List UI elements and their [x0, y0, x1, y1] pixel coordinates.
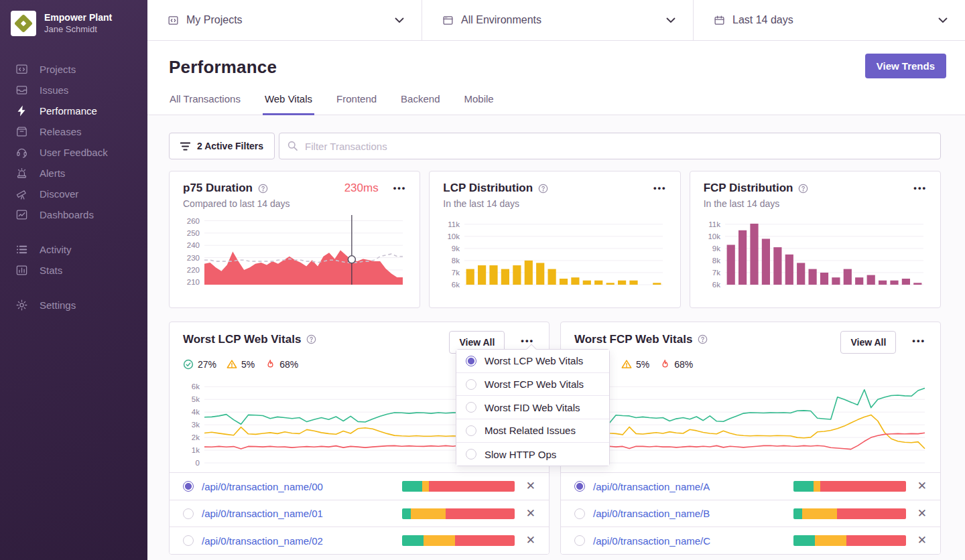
card-menu-button[interactable]: ••• [912, 338, 925, 344]
transaction-row: /api/0/transaction_name/B ✕ [561, 500, 940, 527]
row-radio[interactable] [574, 535, 585, 546]
fcp-distribution-card: FCP Distribution ••• In the last 14 days… [690, 171, 941, 308]
global-selection-header: My Projects All Environments Last 14 day… [147, 0, 965, 41]
transaction-search [279, 133, 941, 159]
sidebar-item-settings[interactable]: Settings [0, 295, 147, 316]
sidebar-item-label: Performance [40, 105, 97, 117]
warning-triangle-icon [227, 359, 237, 370]
tab-frontend[interactable]: Frontend [334, 93, 379, 115]
menu-item-most-related-issues[interactable]: Most Related Issues [456, 419, 609, 443]
sidebar-item-label: Releases [40, 126, 82, 137]
vitals-distribution-bar [793, 535, 906, 546]
discover-icon [15, 188, 28, 200]
view-all-button[interactable]: View All [840, 331, 896, 354]
environment-selector[interactable]: All Environments [422, 0, 694, 40]
calendar-icon [714, 15, 725, 26]
transaction-link[interactable]: /api/0/transaction_name/A [593, 481, 710, 492]
help-icon[interactable] [258, 184, 268, 194]
active-filters-button[interactable]: 2 Active Filters [169, 133, 275, 159]
sidebar-item-activity[interactable]: Activity [0, 239, 147, 260]
search-input[interactable] [279, 133, 941, 159]
tab-all-transactions[interactable]: All Transactions [168, 93, 243, 115]
transaction-link[interactable]: /api/0/transaction_name/C [593, 535, 710, 547]
transaction-link[interactable]: /api/0/transaction_name/01 [202, 508, 323, 519]
menu-radio [466, 402, 476, 413]
menu-radio [466, 379, 476, 390]
sidebar-item-user-feedback[interactable]: User Feedback [0, 142, 147, 163]
chevron-down-icon [666, 17, 676, 23]
sidebar-item-label: Stats [40, 265, 62, 276]
chevron-down-icon [938, 17, 948, 23]
sidebar-item-performance[interactable]: Performance [0, 100, 147, 121]
close-icon[interactable]: ✕ [526, 481, 535, 492]
row-radio[interactable] [574, 508, 585, 519]
card-menu-button[interactable]: ••• [393, 185, 407, 192]
transaction-row: /api/0/transaction_name/01 ✕ [170, 500, 549, 527]
card-menu-button[interactable]: ••• [521, 338, 534, 344]
help-icon[interactable] [698, 334, 708, 344]
p75-current-value: 230ms [344, 182, 379, 195]
view-trends-button[interactable]: View Trends [865, 54, 946, 78]
svg-text:260: 260 [187, 217, 200, 225]
date-range-selector[interactable]: Last 14 days [694, 0, 965, 40]
card-title: LCP Distribution [443, 182, 533, 195]
menu-item-label: Slow HTTP Ops [485, 449, 556, 460]
sidebar-item-dashboards[interactable]: Dashboards [0, 204, 147, 225]
svg-text:6k: 6k [452, 281, 460, 289]
tab-mobile[interactable]: Mobile [462, 93, 495, 115]
page-title: Performance [169, 57, 277, 78]
svg-text:8k: 8k [712, 257, 720, 265]
menu-item-worst-fcp[interactable]: Worst FCP Web Vitals [456, 373, 609, 397]
svg-text:2k: 2k [192, 433, 200, 441]
row-radio[interactable] [183, 508, 194, 519]
transaction-link[interactable]: /api/0/transaction_name/02 [202, 535, 323, 547]
poor-rate: 68% [279, 359, 298, 370]
tab-web-vitals[interactable]: Web Vitals [263, 93, 314, 115]
sidebar-item-alerts[interactable]: Alerts [0, 163, 147, 184]
date-range-selector-value: Last 14 days [732, 14, 793, 26]
vitals-distribution-bar [402, 481, 515, 492]
card-menu-button[interactable]: ••• [913, 185, 927, 192]
help-icon[interactable] [798, 184, 808, 194]
card-menu-button[interactable]: ••• [653, 185, 667, 192]
transaction-row: /api/0/transaction_name/02 ✕ [170, 527, 549, 554]
fcp-distribution-chart: 6k7k8k9k10k11k [704, 212, 927, 295]
help-icon[interactable] [538, 184, 548, 194]
row-radio[interactable] [574, 481, 585, 492]
svg-text:240: 240 [187, 241, 200, 249]
org-switcher[interactable]: Empower Plant Jane Schmidt [0, 0, 147, 43]
sidebar-item-projects[interactable]: Projects [0, 59, 147, 80]
close-icon[interactable]: ✕ [917, 481, 927, 492]
row-radio[interactable] [183, 481, 194, 492]
svg-text:5k: 5k [192, 395, 200, 403]
close-icon[interactable]: ✕ [917, 535, 927, 546]
projects-icon [168, 15, 179, 26]
menu-item-worst-lcp[interactable]: Worst LCP Web Vitals [456, 350, 609, 373]
window-icon [442, 15, 454, 26]
sidebar-item-label: Alerts [40, 167, 65, 179]
svg-text:210: 210 [187, 278, 200, 286]
project-selector[interactable]: My Projects [147, 0, 422, 40]
row-radio[interactable] [183, 535, 194, 546]
transaction-link[interactable]: /api/0/transaction_name/00 [202, 481, 323, 492]
worst-fcp-chart: 01k2k3k4k5k6k [574, 373, 928, 479]
sidebar-item-label: Dashboards [40, 209, 94, 220]
menu-item-label: Worst FCP Web Vitals [485, 378, 584, 390]
help-icon[interactable] [306, 334, 316, 344]
sidebar-item-label: Projects [40, 64, 76, 75]
tab-backend[interactable]: Backend [399, 93, 442, 115]
releases-icon [15, 125, 28, 138]
menu-item-slow-http-ops[interactable]: Slow HTTP Ops [456, 443, 609, 466]
menu-item-worst-fid[interactable]: Worst FID Web Vitals [456, 396, 609, 419]
close-icon[interactable]: ✕ [526, 535, 535, 546]
sidebar-item-issues[interactable]: Issues [0, 80, 147, 100]
sidebar-item-discover[interactable]: Discover [0, 184, 147, 204]
issues-icon [15, 84, 28, 96]
lcp-distribution-chart: 6k7k8k9k10k11k [443, 212, 666, 295]
close-icon[interactable]: ✕ [526, 508, 535, 519]
transaction-link[interactable]: /api/0/transaction_name/B [593, 508, 710, 519]
transaction-row: /api/0/transaction_name/A ✕ [561, 472, 940, 500]
close-icon[interactable]: ✕ [917, 508, 927, 519]
sidebar-item-stats[interactable]: Stats [0, 260, 147, 281]
sidebar-item-releases[interactable]: Releases [0, 121, 147, 142]
